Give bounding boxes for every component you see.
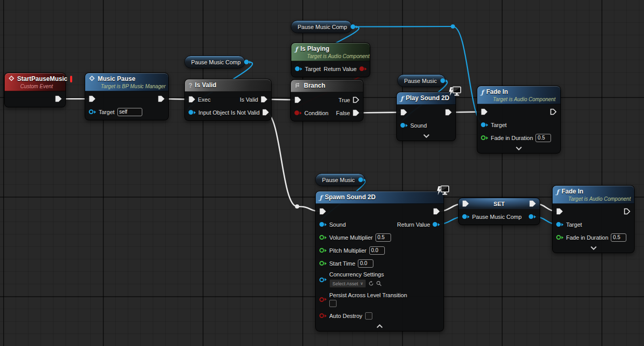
- pin-var-out[interactable]: [529, 214, 536, 219]
- pin-label: Fade in Duration: [566, 234, 608, 241]
- pin-label: Pitch Multiplier: [329, 247, 367, 254]
- cosmetic-node-icon: [436, 185, 450, 199]
- value-field[interactable]: self: [117, 108, 142, 116]
- node-play-sound-2d[interactable]: ƒPlay Sound 2DSound: [396, 92, 456, 141]
- pin-exec-out[interactable]: [529, 200, 536, 207]
- blueprint-graph[interactable]: StartPauseMusicCustom EventMusic PauseTa…: [0, 0, 644, 346]
- pin-exec-in[interactable]: [462, 200, 469, 207]
- node-fade-in-a[interactable]: ƒFade InTarget is Audio ComponentTargetF…: [477, 86, 561, 154]
- node-branch[interactable]: BranchTrueConditionFalse: [290, 79, 364, 121]
- pin-exec-out[interactable]: [158, 95, 165, 102]
- variable-name: Pause Music Comp: [298, 24, 347, 30]
- pin-exec-out[interactable]: [550, 108, 557, 115]
- pin-exec-out[interactable]: [55, 95, 62, 102]
- cosmetic-node-icon: [448, 86, 462, 100]
- pin-label: False: [336, 110, 350, 116]
- pin-label: Start Time: [329, 260, 355, 267]
- pin-label: Target: [491, 122, 507, 128]
- asset-dropdown[interactable]: Select Asset∨: [329, 279, 366, 288]
- pin-target[interactable]: [89, 109, 96, 114]
- node-set-pause-music-comp[interactable]: SETPause Music Comp: [458, 198, 540, 225]
- pin-persist-across-level-transition[interactable]: [319, 297, 327, 302]
- pin-fade-in-duration[interactable]: [481, 135, 488, 140]
- node-is-playing[interactable]: ƒIs PlayingTarget is Audio ComponentTarg…: [291, 43, 370, 77]
- pin-label: Exec: [198, 96, 210, 103]
- node-title: Fade In: [486, 88, 508, 95]
- node-fade-in-b[interactable]: ƒFade InTarget is Audio ComponentTargetF…: [552, 185, 635, 253]
- pin-exec-in[interactable]: [189, 96, 195, 103]
- pin-exec-in[interactable]: [481, 108, 488, 115]
- node-subtitle: Custom Event: [20, 84, 62, 89]
- pin-label: Return Value: [324, 66, 356, 72]
- value-field[interactable]: 0.5: [375, 233, 391, 242]
- pin-return-value[interactable]: [359, 66, 367, 71]
- pin-target[interactable]: [556, 222, 564, 227]
- value-field[interactable]: 0.0: [358, 259, 373, 268]
- pin-out[interactable]: [244, 60, 251, 64]
- pin-var-in[interactable]: [462, 214, 469, 219]
- pin-exec-in[interactable]: [319, 208, 326, 215]
- pin-fade-in-duration[interactable]: [556, 235, 564, 240]
- node-subtitle: Target is Audio Component: [493, 96, 557, 102]
- wire: [265, 113, 323, 212]
- pin-auto-destroy[interactable]: [319, 313, 327, 318]
- pin-return-value[interactable]: [433, 222, 440, 227]
- checkbox[interactable]: [329, 300, 337, 307]
- pin-false-out[interactable]: [353, 109, 359, 116]
- variable-get-pause-music-b[interactable]: Pause Music: [315, 173, 365, 186]
- node-title: Spawn Sound 2D: [325, 193, 375, 201]
- branch-icon: [294, 81, 301, 90]
- pin-exec-out[interactable]: [433, 208, 440, 215]
- use-asset-icon[interactable]: [368, 279, 374, 288]
- value-field[interactable]: 0.5: [535, 134, 551, 142]
- pin-is-not-valid-out[interactable]: [262, 109, 269, 116]
- pin-label: Concurrency Settings: [329, 271, 384, 278]
- pin-out[interactable]: [351, 24, 358, 29]
- variable-name: Pause Music Comp: [191, 59, 240, 65]
- collapse-chevron[interactable]: [590, 246, 597, 250]
- pin-exec-out[interactable]: [445, 109, 452, 116]
- value-field[interactable]: 0.5: [611, 233, 626, 242]
- reroute-node[interactable]: [451, 24, 455, 29]
- collapse-chevron[interactable]: [423, 134, 430, 138]
- node-title: Music Pause: [98, 75, 136, 82]
- pin-pitch-multiplier[interactable]: [319, 248, 327, 253]
- pin-concurrency-settings[interactable]: [319, 278, 327, 282]
- variable-get-pause-music-comp-b[interactable]: Pause Music Comp: [291, 20, 352, 33]
- collapse-chevron[interactable]: [515, 146, 522, 150]
- pin-volume-multiplier[interactable]: [319, 235, 327, 240]
- node-title: Is Valid: [195, 81, 216, 89]
- pin-is-valid-out[interactable]: [261, 96, 267, 103]
- pin-out[interactable]: [440, 78, 448, 83]
- pin-out[interactable]: [358, 177, 366, 182]
- node-music-pause[interactable]: Music PauseTarget is BP Music ManagerTar…: [85, 73, 169, 120]
- node-is-valid[interactable]: ?Is ValidExecIs ValidInput ObjectIs Not …: [184, 79, 272, 121]
- pin-exec-in[interactable]: [294, 96, 301, 103]
- pin-target[interactable]: [481, 122, 488, 127]
- pin-exec-in[interactable]: [400, 109, 407, 116]
- browse-asset-icon[interactable]: [376, 279, 382, 288]
- pin-target[interactable]: [295, 66, 302, 71]
- pin-label: Target: [566, 222, 582, 228]
- question-icon: ?: [189, 80, 192, 90]
- reroute-node[interactable]: [295, 204, 299, 209]
- node-start-pause-music[interactable]: StartPauseMusicCustom Event: [4, 73, 66, 107]
- pin-exec-in[interactable]: [89, 95, 96, 102]
- pin-exec-in[interactable]: [556, 208, 563, 215]
- value-field[interactable]: 0.0: [369, 246, 385, 255]
- checkbox[interactable]: [365, 312, 372, 320]
- node-spawn-sound-2d[interactable]: ƒSpawn Sound 2DSoundReturn ValueVolume M…: [315, 191, 444, 331]
- fn-icon: ƒ: [295, 44, 298, 53]
- variable-get-pause-music-comp-a[interactable]: Pause Music Comp: [184, 56, 245, 68]
- variable-get-pause-music-a[interactable]: Pause Music: [397, 74, 446, 87]
- pin-sound[interactable]: [319, 222, 327, 227]
- collapse-chevron[interactable]: [376, 324, 383, 328]
- pin-input-object[interactable]: [189, 110, 196, 115]
- pin-sound[interactable]: [400, 123, 408, 128]
- pin-start-time[interactable]: [319, 261, 327, 266]
- variable-name: Pause Music: [322, 177, 355, 183]
- pin-true-out[interactable]: [353, 96, 359, 103]
- pin-label: Sound: [410, 122, 427, 129]
- pin-condition[interactable]: [294, 110, 302, 115]
- pin-exec-out[interactable]: [624, 208, 630, 215]
